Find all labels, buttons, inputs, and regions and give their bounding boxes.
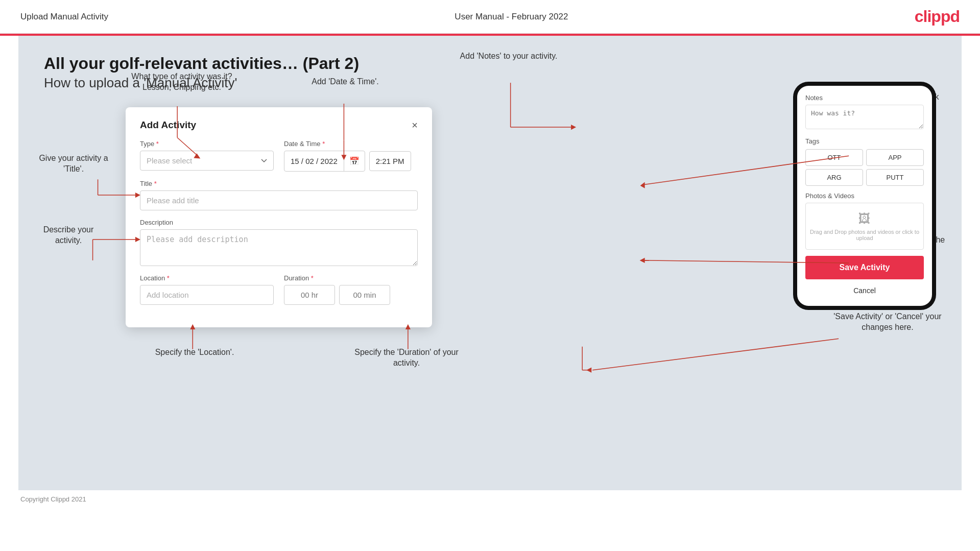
ann-title: Give your activity a 'Title'.	[38, 153, 109, 175]
dialog-header: Add Activity ×	[140, 119, 418, 131]
date-label: Date & Time *	[284, 140, 418, 148]
type-select[interactable]: Please select	[140, 151, 274, 171]
date-value: 15 / 02 / 2022	[284, 152, 344, 171]
ann-date: Add 'Date & Time'.	[304, 77, 386, 87]
tag-arg[interactable]: ARG	[805, 169, 863, 186]
desc-label: Description	[140, 219, 418, 226]
title-label: Title *	[140, 180, 418, 187]
photos-label: Photos & Videos	[805, 192, 924, 200]
type-date-row: Type * Please select Date & Time * 15 / …	[140, 140, 418, 172]
phone-panel: Notes Tags OTT APP ARG PUTT Photos & Vid…	[793, 82, 936, 310]
ann-location: Specify the 'Location'.	[144, 347, 246, 358]
clippd-logo: clippd	[915, 7, 960, 26]
manual-title: User Manual - February 2022	[455, 12, 568, 22]
date-required: *	[321, 140, 325, 148]
location-input[interactable]	[140, 285, 274, 305]
date-group: Date & Time * 15 / 02 / 2022 📅 2:21 PM	[284, 140, 418, 172]
duration-min-input[interactable]	[339, 285, 390, 305]
svg-marker-20	[640, 182, 645, 188]
cancel-link[interactable]: Cancel	[805, 283, 924, 298]
ann-notes: Add 'Notes' to your activity.	[458, 51, 560, 62]
tag-ott[interactable]: OTT	[805, 149, 863, 166]
footer: Copyright Clippd 2021	[0, 490, 980, 508]
location-group: Location *	[140, 274, 274, 305]
svg-line-25	[592, 339, 839, 370]
location-label: Location *	[140, 274, 274, 282]
image-icon: 🖼	[858, 211, 871, 226]
photos-text: Drag and Drop photos and videos or click…	[810, 229, 919, 241]
location-duration-row: Location * Duration *	[140, 274, 418, 305]
duration-inputs	[284, 285, 418, 305]
calendar-icon[interactable]: 📅	[344, 151, 365, 171]
copyright: Copyright Clippd 2021	[20, 495, 86, 503]
time-value: 2:21 PM	[369, 151, 411, 171]
desc-group: Description	[140, 219, 418, 266]
title-required: *	[152, 180, 157, 187]
duration-hr-input[interactable]	[284, 285, 335, 305]
ann-desc: Describe your activity.	[33, 225, 104, 246]
title-group: Title *	[140, 180, 418, 210]
phone-inner: Notes Tags OTT APP ARG PUTT Photos & Vid…	[797, 86, 932, 306]
duration-group: Duration *	[284, 274, 418, 305]
type-required: *	[154, 140, 159, 148]
page-label: Upload Manual Activity	[20, 12, 108, 22]
dialog-title: Add Activity	[140, 119, 196, 131]
svg-marker-18	[571, 125, 576, 130]
ann-duration: Specify the 'Duration' of your activity.	[350, 347, 463, 369]
ann-save: 'Save Activity' or 'Cancel' your changes…	[829, 312, 946, 333]
desc-textarea[interactable]	[140, 229, 418, 266]
tags-grid: OTT APP ARG PUTT	[805, 149, 924, 186]
svg-marker-22	[640, 258, 645, 263]
tag-app[interactable]: APP	[866, 149, 924, 166]
close-button[interactable]: ×	[412, 120, 418, 130]
title-input[interactable]	[140, 190, 418, 210]
save-activity-button[interactable]: Save Activity	[805, 256, 924, 279]
type-label: Type *	[140, 140, 274, 148]
photos-drop-zone[interactable]: 🖼 Drag and Drop photos and videos or cli…	[805, 203, 924, 250]
notes-textarea[interactable]	[805, 105, 924, 129]
tag-putt[interactable]: PUTT	[866, 169, 924, 186]
phone-frame: Notes Tags OTT APP ARG PUTT Photos & Vid…	[793, 82, 936, 310]
duration-label: Duration *	[284, 274, 418, 282]
phone-content: Notes Tags OTT APP ARG PUTT Photos & Vid…	[797, 86, 932, 306]
type-group: Type * Please select	[140, 140, 274, 172]
top-bar: Upload Manual Activity User Manual - Feb…	[0, 0, 980, 34]
ann-type: What type of activity was it? Lesson, Ch…	[131, 71, 233, 93]
tags-label: Tags	[805, 137, 924, 145]
loc-required: *	[165, 274, 170, 282]
notes-label: Notes	[805, 94, 924, 102]
add-activity-dialog: Add Activity × Type * Please select Date…	[126, 107, 432, 327]
svg-marker-26	[586, 368, 591, 373]
main-content: All your golf-relevant activities… (Part…	[18, 36, 962, 490]
dur-required: *	[309, 274, 314, 282]
